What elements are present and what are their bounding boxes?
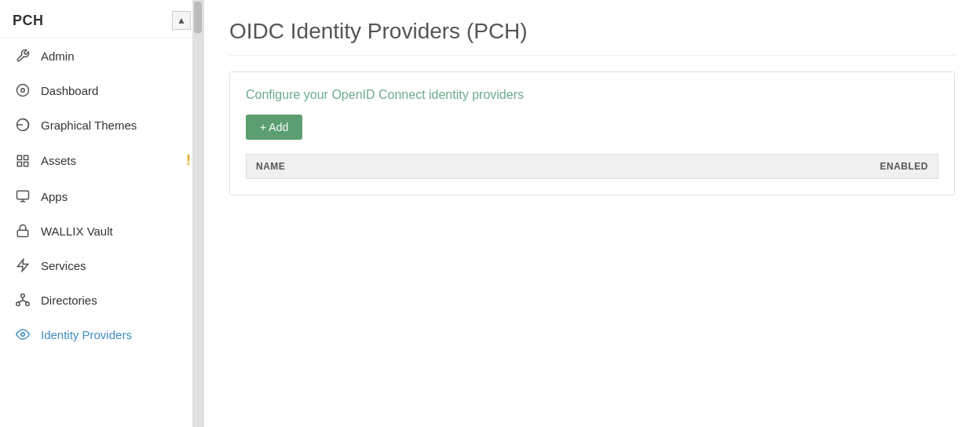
svg-point-14 (26, 302, 30, 306)
sidebar-item-services[interactable]: Services (0, 248, 203, 283)
card-description: Configure your OpenID Connect identity p… (246, 88, 938, 102)
graphical-themes-icon (13, 118, 33, 132)
sidebar-item-label-assets: Assets (41, 154, 180, 167)
sidebar-item-label-graphical-themes: Graphical Themes (41, 119, 191, 132)
sidebar: PCH ▲ AdminDashboardGraphical ThemesAsse… (0, 0, 204, 427)
sidebar-item-identity-providers[interactable]: Identity Providers (0, 317, 203, 352)
svg-rect-3 (17, 155, 21, 159)
column-name: NAME (256, 161, 879, 172)
sidebar-item-apps[interactable]: Apps (0, 179, 203, 214)
svg-point-18 (21, 333, 25, 337)
warning-badge-assets: ! (186, 152, 191, 169)
svg-line-17 (23, 301, 27, 302)
svg-point-13 (16, 302, 20, 306)
svg-point-12 (21, 294, 25, 298)
identity-providers-icon (13, 327, 33, 341)
svg-point-1 (21, 89, 25, 93)
sidebar-item-wallix-vault[interactable]: WALLIX Vault (0, 214, 203, 248)
sidebar-item-label-identity-providers: Identity Providers (41, 328, 191, 341)
add-button[interactable]: + Add (246, 115, 302, 140)
sidebar-item-label-dashboard: Dashboard (41, 84, 191, 97)
svg-rect-4 (24, 155, 28, 159)
svg-rect-7 (17, 191, 29, 199)
directories-icon (13, 293, 33, 307)
svg-rect-6 (24, 162, 28, 166)
sidebar-item-label-wallix-vault: WALLIX Vault (41, 224, 191, 238)
column-enabled: ENABLED (879, 161, 928, 172)
scrollbar-thumb (194, 2, 202, 33)
sidebar-item-graphical-themes[interactable]: Graphical Themes (0, 108, 203, 142)
wallix-vault-icon (13, 224, 33, 238)
sidebar-item-label-admin: Admin (41, 49, 191, 63)
svg-point-0 (17, 85, 29, 97)
sidebar-item-label-apps: Apps (41, 190, 191, 203)
dashboard-icon (13, 83, 33, 97)
table-header: NAME ENABLED (246, 154, 938, 179)
sidebar-item-label-services: Services (41, 259, 191, 272)
apps-icon (13, 189, 33, 203)
sidebar-item-label-directories: Directories (41, 294, 191, 307)
sidebar-item-assets[interactable]: Assets! (0, 142, 203, 179)
content-card: Configure your OpenID Connect identity p… (229, 71, 955, 195)
sidebar-header: PCH ▲ (0, 0, 203, 38)
services-icon (13, 258, 33, 272)
assets-icon (13, 154, 33, 168)
sidebar-item-dashboard[interactable]: Dashboard (0, 73, 203, 108)
sidebar-nav: AdminDashboardGraphical ThemesAssets!App… (0, 38, 203, 427)
svg-line-16 (18, 301, 23, 302)
main-content: OIDC Identity Providers (PCH) Configure … (204, 0, 980, 427)
sidebar-scrollbar (192, 0, 203, 427)
sidebar-item-directories[interactable]: Directories (0, 283, 203, 317)
sidebar-up-button[interactable]: ▲ (172, 11, 191, 30)
svg-marker-11 (17, 260, 28, 272)
sidebar-title: PCH (13, 13, 44, 29)
svg-rect-10 (17, 230, 28, 236)
page-title: OIDC Identity Providers (PCH) (229, 19, 955, 56)
admin-icon (13, 49, 33, 63)
sidebar-item-admin[interactable]: Admin (0, 38, 203, 73)
svg-rect-5 (17, 162, 21, 166)
